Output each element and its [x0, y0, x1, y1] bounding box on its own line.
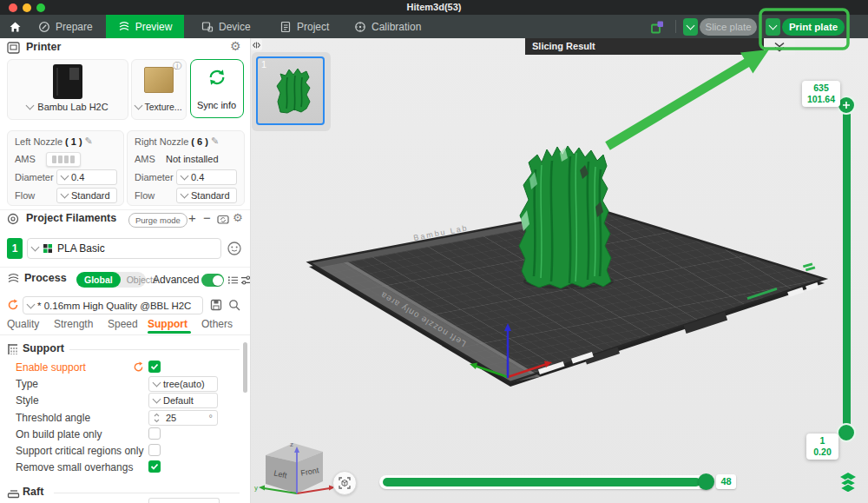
spinner-arrows-icon[interactable]: [154, 413, 160, 423]
preset-name: * 0.16mm High Quality @BBL H2C: [37, 301, 191, 311]
ams-unit-graphic[interactable]: [46, 152, 81, 167]
plate-info-icon[interactable]: ⓘ: [173, 60, 181, 72]
search-icon[interactable]: [228, 299, 240, 311]
support-type-select[interactable]: tree(auto): [148, 376, 218, 392]
right-nozzle-card: Right Nozzle ( 6 ) ✎ AMS Not installed D…: [127, 130, 245, 206]
process-icon: [7, 273, 20, 285]
support-header: Support: [23, 342, 64, 354]
right-flow-label: Flow: [135, 190, 155, 201]
support-style-select[interactable]: Default: [148, 393, 218, 408]
tab-calibration[interactable]: Calibration: [351, 15, 424, 38]
printer-image: [53, 64, 82, 99]
support-style-label: Style: [16, 394, 39, 407]
slice-plate-button[interactable]: Slice plate: [700, 18, 757, 36]
left-flow-select[interactable]: Standard: [56, 188, 117, 203]
tab-quality[interactable]: Quality: [7, 318, 39, 330]
raft-section-icon: [7, 487, 20, 499]
filaments-header: Project Filaments: [26, 212, 116, 224]
threshold-angle-label: Threshold angle: [16, 411, 90, 425]
critical-regions-label: Support critical regions only: [16, 444, 143, 458]
filament-spool-icon: [7, 213, 19, 225]
slice-options-chevron-button[interactable]: [683, 18, 698, 36]
project-icon: [279, 21, 292, 33]
bottom-layer-number: 1: [806, 435, 838, 447]
tab-project-label: Project: [297, 21, 329, 33]
filament-edit-face-icon[interactable]: [227, 241, 242, 256]
preview-icon: [118, 21, 130, 33]
ams-sync-icon[interactable]: [217, 214, 229, 225]
remove-filament-button[interactable]: −: [203, 210, 211, 225]
threshold-angle-spinner[interactable]: 25 °: [148, 410, 218, 426]
printer-card[interactable]: Bambu Lab H2C: [7, 59, 128, 120]
layer-slider-track[interactable]: [843, 105, 851, 433]
threshold-angle-unit: °: [209, 413, 213, 423]
tune-sliders-icon[interactable]: [240, 275, 251, 286]
plus-icon: [842, 101, 851, 109]
viewport-3d[interactable]: Bambu Lab Left nozzle only area: [250, 38, 868, 503]
settings-scrollbar[interactable]: [243, 342, 247, 393]
save-preset-icon[interactable]: [210, 299, 222, 311]
right-diameter-select[interactable]: 0.4: [176, 169, 237, 185]
tab-preview[interactable]: Preview: [106, 15, 184, 38]
remove-overhangs-checkbox[interactable]: [148, 460, 161, 473]
printer-select-chevron-icon: [26, 102, 35, 110]
sync-icon: [207, 68, 227, 87]
collapse-arrows-icon: [252, 41, 261, 50]
critical-regions-checkbox[interactable]: [148, 444, 161, 456]
reset-support-icon[interactable]: [133, 361, 144, 373]
double-chevron-down-icon: [773, 42, 786, 52]
purge-mode-button[interactable]: Purge mode: [128, 213, 187, 228]
advanced-toggle[interactable]: [201, 274, 224, 287]
list-view-icon[interactable]: [227, 275, 239, 286]
left-diameter-select[interactable]: 0.4: [56, 169, 117, 185]
enable-support-checkbox[interactable]: [148, 361, 161, 373]
filament-settings-gear-icon[interactable]: ⚙: [233, 211, 243, 224]
print-plate-button[interactable]: Print plate: [782, 18, 845, 36]
tab-project[interactable]: Project: [276, 15, 332, 38]
view-reset-button[interactable]: [332, 471, 357, 495]
process-scope-toggle[interactable]: Global Objects: [76, 272, 146, 288]
tab-speed[interactable]: Speed: [108, 318, 138, 330]
printer-settings-gear-icon[interactable]: ⚙: [230, 39, 241, 53]
tab-prepare[interactable]: Prepare: [35, 15, 96, 38]
slicing-result-collapse-button[interactable]: [764, 38, 795, 55]
raft-partial-control[interactable]: [148, 498, 220, 503]
plate-list-collapse-handle[interactable]: [251, 39, 262, 50]
right-flow-select[interactable]: Standard: [176, 188, 237, 203]
layers-view-icon[interactable]: [838, 471, 858, 492]
reset-preset-icon[interactable]: [7, 299, 19, 311]
add-filament-button[interactable]: +: [188, 210, 196, 225]
filament-select[interactable]: PLA Basic: [27, 238, 221, 259]
settings-sidebar: Printer ⚙ Bambu Lab H2C ⓘ Texture...: [0, 38, 251, 503]
build-plate-scene: Bambu Lab Left nozzle only area: [250, 38, 868, 503]
check-icon: [150, 362, 159, 371]
print-options-chevron-button[interactable]: [766, 18, 780, 36]
plate-thumbnail-1[interactable]: 1: [256, 56, 325, 125]
right-ams-label: AMS: [135, 154, 155, 164]
tab-device[interactable]: Device: [198, 15, 254, 38]
left-nozzle-edit-icon[interactable]: ✎: [85, 136, 93, 147]
left-ams-label: AMS: [15, 154, 36, 164]
advanced-label: Advanced: [153, 274, 199, 286]
chevron-down-icon: [181, 172, 189, 181]
tab-strength[interactable]: Strength: [54, 318, 93, 330]
right-nozzle-edit-icon[interactable]: ✎: [211, 136, 219, 147]
plate-thumbnail-model: [272, 67, 315, 116]
layer-slider-bottom-handle[interactable]: [837, 423, 856, 442]
auto-arrange-icon[interactable]: [649, 19, 665, 35]
preset-select[interactable]: * 0.16mm High Quality @BBL H2C: [23, 296, 203, 314]
home-button[interactable]: [5, 15, 25, 38]
tab-others[interactable]: Others: [201, 318, 233, 330]
right-nozzle-index: ( 6 ): [191, 136, 208, 147]
on-build-plate-checkbox[interactable]: [148, 427, 161, 440]
step-slider-handle[interactable]: [698, 473, 714, 490]
model-3d[interactable]: [519, 146, 611, 288]
chevron-down-icon: [27, 300, 36, 308]
texture-plate-image: [144, 67, 174, 93]
tab-support[interactable]: Support: [148, 318, 187, 330]
navigation-cube[interactable]: Left Front y x z: [252, 436, 352, 503]
scope-global-segment[interactable]: Global: [76, 272, 121, 288]
on-build-plate-label: On build plate only: [16, 427, 102, 441]
build-plate-card[interactable]: ⓘ Texture...: [131, 59, 187, 120]
sync-info-button[interactable]: Sync info: [190, 59, 244, 118]
